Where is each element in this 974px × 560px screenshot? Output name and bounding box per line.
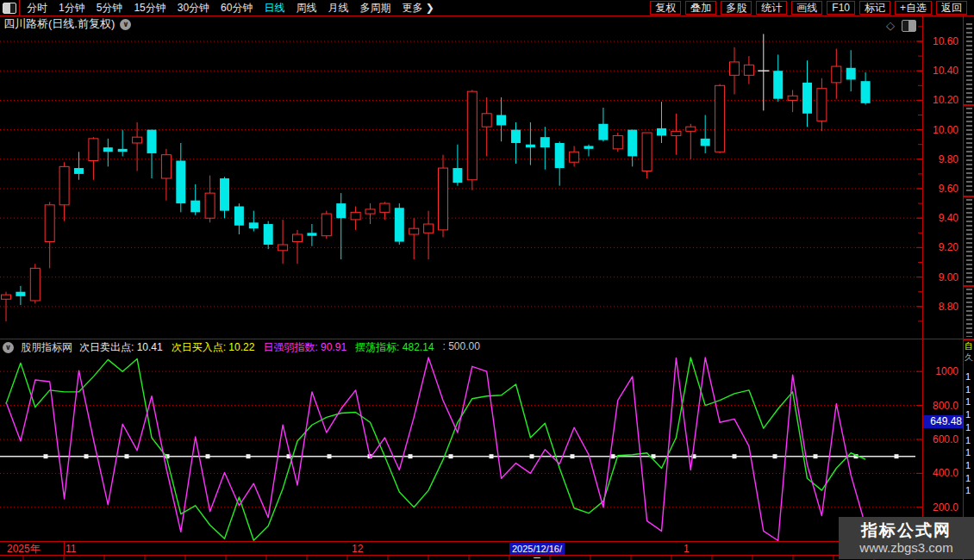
indicator-line-0 — [6, 358, 865, 540]
menu-item-4[interactable]: 30分钟 — [178, 1, 209, 16]
sidebar-one-item[interactable]: 1 — [965, 384, 971, 395]
sidebar-one-item[interactable]: 1 — [965, 473, 971, 483]
menu-item-7[interactable]: 周线 — [296, 1, 316, 16]
layout-toggle-button[interactable] — [0, 0, 20, 16]
sidebar-one-item[interactable]: 1 — [965, 422, 971, 432]
sidebar-tab-group[interactable] — [966, 108, 972, 194]
menu-item-1[interactable]: 1分钟 — [59, 1, 85, 16]
watermark-url: www.zbgs3.com — [859, 540, 952, 556]
menu-item-3[interactable]: 15分钟 — [134, 1, 165, 16]
chart-corner-tools: ◇ — [886, 19, 916, 32]
sidebar-one-item[interactable]: 1 — [965, 435, 971, 445]
action-button-7[interactable]: +自选 — [895, 1, 932, 15]
sidebar-one-item[interactable]: 1 — [965, 485, 971, 495]
sidebar-one-item[interactable]: 1 — [965, 396, 971, 407]
indicator-collapse-icon[interactable]: ∨ — [3, 342, 14, 353]
sidebar-one-item[interactable]: 1 — [965, 409, 971, 420]
indicator-header: ∨ 股朋指标网 次日卖出点: 10.41次日买入点: 10.22日强弱指数: 9… — [0, 341, 480, 354]
action-button-1[interactable]: 叠加 — [685, 1, 716, 15]
action-button-8[interactable]: 返回 — [936, 1, 967, 15]
chart-canvas[interactable] — [0, 0, 974, 560]
action-button-0[interactable]: 复权 — [650, 1, 681, 15]
sidebar-tab-group[interactable] — [966, 289, 972, 337]
chevron-down-icon[interactable]: ∨ — [120, 19, 131, 30]
indicator-source-label: 股朋指标网 — [21, 340, 72, 355]
sidebar-one-item[interactable]: 1 — [965, 371, 971, 382]
title-bar: 四川路桥(日线.前复权) ∨ — [3, 17, 131, 31]
watermark: 指标公式网 www.zbgs3.com — [839, 517, 974, 559]
sidebar-divider — [964, 285, 974, 287]
menu-item-8[interactable]: 月线 — [328, 1, 348, 16]
sidebar-marker[interactable]: 自 — [965, 340, 973, 352]
sidebar-one-item[interactable]: 1 — [965, 447, 971, 457]
menu-item-9[interactable]: 多周期 — [359, 1, 390, 16]
sidebar-divider — [964, 196, 974, 197]
indicator-values: 次日卖出点: 10.41次日买入点: 10.22日强弱指数: 90.91摆荡指标… — [79, 340, 480, 355]
page-title: 四川路桥(日线.前复权) — [3, 16, 115, 32]
indicator-field-1: 次日买入点: 10.22 — [172, 340, 255, 355]
menu-item-10[interactable]: 更多 ❯ — [402, 1, 434, 16]
action-button-5[interactable]: F10 — [827, 1, 855, 15]
menu-item-2[interactable]: 5分钟 — [97, 1, 123, 16]
sidebar-divider — [964, 104, 974, 106]
period-menu: 分时1分钟5分钟15分钟30分钟60分钟日线周线月线多周期更多 ❯ — [20, 1, 434, 16]
sidebar-tab-group[interactable] — [966, 23, 972, 103]
action-button-3[interactable]: 统计 — [756, 1, 787, 15]
action-button-2[interactable]: 多股 — [721, 1, 752, 15]
indicator-field-0: 次日卖出点: 10.41 — [79, 340, 163, 355]
action-button-4[interactable]: 画线 — [791, 1, 822, 15]
indicator-line-1 — [6, 358, 865, 541]
menu-item-6[interactable]: 日线 — [264, 1, 284, 16]
menu-item-0[interactable]: 分时 — [27, 1, 47, 16]
watermark-title: 指标公式网 — [861, 521, 952, 540]
indicator-field-4: : 500.00 — [442, 340, 479, 355]
diamond-icon[interactable]: ◇ — [886, 19, 895, 32]
sidebar-tab-group[interactable] — [966, 199, 972, 283]
sidebar-submarker[interactable]: 久 — [965, 352, 973, 364]
indicator-field-2: 日强弱指数: 90.91 — [263, 340, 347, 355]
action-button-6[interactable]: 标记 — [859, 1, 890, 15]
sidebar-one-item[interactable]: 1 — [965, 460, 971, 470]
indicator-field-3: 摆荡指标: 482.14 — [355, 340, 434, 355]
top-menubar: 分时1分钟5分钟15分钟30分钟60分钟日线周线月线多周期更多 ❯ 复权叠加多股… — [0, 0, 974, 16]
layout-toggle-icon — [3, 3, 16, 14]
panel-toggle-icon[interactable] — [902, 20, 916, 32]
action-menu: 复权叠加多股统计画线F10标记+自选返回 — [650, 1, 974, 15]
menu-item-5[interactable]: 60分钟 — [221, 1, 253, 16]
